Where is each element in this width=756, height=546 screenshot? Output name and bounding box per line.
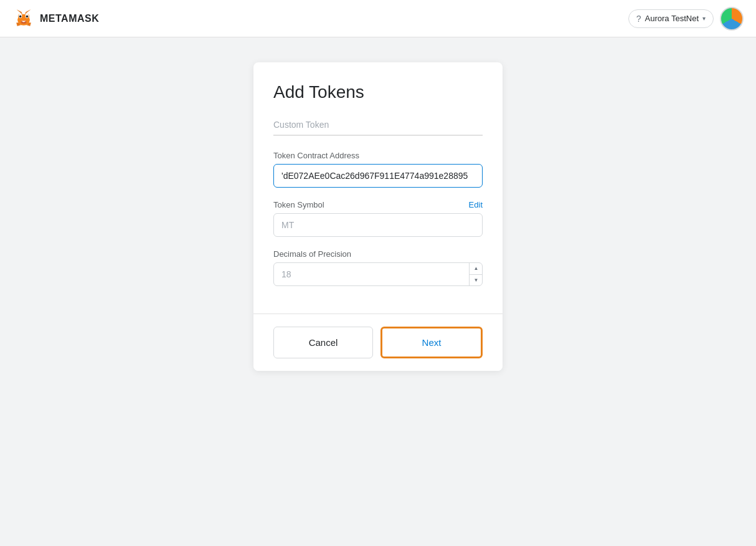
tab-row: Custom Token — [273, 115, 483, 136]
card-footer: Cancel Next — [253, 314, 503, 371]
edit-symbol-link[interactable]: Edit — [469, 200, 483, 209]
metamask-logo-icon — [12, 7, 35, 30]
card-body: Add Tokens Custom Token Token Contract A… — [253, 62, 503, 314]
token-symbol-label: Token Symbol — [273, 200, 324, 209]
main-content: Add Tokens Custom Token Token Contract A… — [0, 37, 756, 546]
decimals-input-wrapper: ▲ ▼ — [273, 262, 483, 286]
add-tokens-card: Add Tokens Custom Token Token Contract A… — [253, 62, 503, 371]
svg-marker-0 — [25, 9, 31, 14]
header-right: ? Aurora TestNet ▾ — [628, 7, 744, 31]
network-label: Aurora TestNet — [645, 14, 699, 23]
spinner-buttons: ▲ ▼ — [469, 262, 483, 286]
cancel-button[interactable]: Cancel — [273, 327, 373, 358]
svg-point-14 — [26, 15, 29, 17]
token-symbol-group: Token Symbol Edit — [273, 200, 483, 237]
network-selector[interactable]: ? Aurora TestNet ▾ — [628, 9, 714, 28]
contract-address-label-row: Token Contract Address — [273, 151, 483, 160]
page-title: Add Tokens — [273, 82, 483, 102]
decimals-label-row: Decimals of Precision — [273, 249, 483, 259]
header-left: METAMASK — [12, 7, 99, 30]
tab-custom-token[interactable]: Custom Token — [273, 115, 329, 135]
header: METAMASK ? Aurora TestNet ▾ — [0, 0, 756, 37]
app-name: METAMASK — [40, 13, 99, 24]
decimals-label: Decimals of Precision — [273, 249, 351, 259]
contract-address-label: Token Contract Address — [273, 151, 359, 160]
token-symbol-input[interactable] — [273, 213, 483, 237]
contract-address-group: Token Contract Address — [273, 151, 483, 188]
decimals-input[interactable] — [273, 262, 483, 286]
contract-address-input[interactable] — [273, 164, 483, 188]
question-icon: ? — [636, 14, 641, 24]
token-symbol-label-row: Token Symbol Edit — [273, 200, 483, 209]
svg-point-13 — [19, 15, 22, 17]
decimals-group: Decimals of Precision ▲ ▼ — [273, 249, 483, 286]
spinner-up-button[interactable]: ▲ — [470, 262, 483, 275]
chevron-down-icon: ▾ — [702, 15, 706, 22]
spinner-down-button[interactable]: ▼ — [470, 275, 483, 287]
next-button[interactable]: Next — [380, 327, 483, 358]
svg-marker-1 — [17, 9, 22, 14]
svg-point-15 — [21, 20, 27, 23]
avatar[interactable] — [720, 7, 744, 31]
